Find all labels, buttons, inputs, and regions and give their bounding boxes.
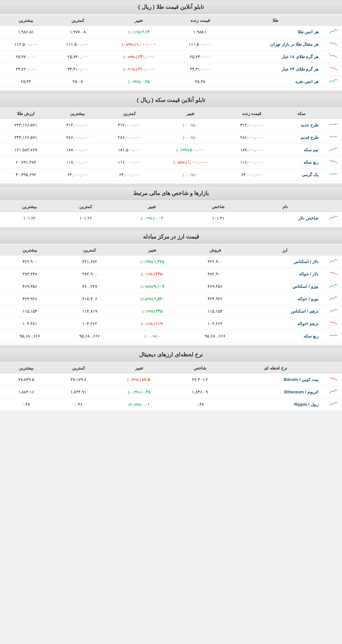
chart-icon-cell[interactable] bbox=[325, 256, 342, 268]
currency-table: ارز فروش تغییر کمترین بیشترین دلار / اسک… bbox=[0, 245, 342, 342]
currency-row-sell: ۴۲۴,۹۲۶ bbox=[185, 293, 245, 305]
currency-row-name: یورو / اسکناس bbox=[245, 280, 325, 293]
crypto-row-index: ۱,۸۴۶.۰۹ bbox=[174, 386, 226, 398]
crypto-col-low: کمترین bbox=[52, 363, 104, 373]
coin-table-body: طرح جدید۳۱۲,۰۰۰,۰۰۰۰(۰.۰۰%)۳۱۲,۰۰۰,۰۰۰۳۱… bbox=[0, 119, 342, 181]
coin-row-gold-value: ۲۴۳,۱۶۶,۵۷۱ bbox=[0, 119, 52, 131]
gold-row-live: ۱,۹۸۵.۱ bbox=[174, 26, 226, 38]
currency-col-change: تغییر bbox=[119, 245, 185, 256]
chart-icon-cell[interactable] bbox=[325, 144, 342, 156]
chart-icon-cell[interactable] bbox=[325, 305, 342, 318]
market-table-body: شاخص دلار۱۰۱.۴۱۰.۰۲(-۰.۰۲%)۱۰۱.۲۶۱۰۱.۶۲ bbox=[0, 212, 342, 224]
crypto-col-change: تغییر bbox=[105, 363, 174, 373]
currency-col-high: بیشترین bbox=[0, 245, 60, 256]
crypto-row-low: ۰.۴۶ bbox=[52, 398, 104, 411]
currency-row-low: ۹۵,۶۸۰,۶۶۶ bbox=[60, 330, 119, 342]
chart-icon-cell[interactable] bbox=[325, 169, 342, 181]
coin-row-gold-value: ۲۴۳,۱۶۶,۵۷۱ bbox=[0, 131, 52, 144]
crypto-col-index: شاخص bbox=[174, 363, 226, 373]
gold-row-low: ۳۴,۳۱۰,۰۰۰ bbox=[52, 63, 104, 75]
chart-icon-cell[interactable] bbox=[325, 119, 342, 131]
gold-row-live: ۳۴,۳۱۰,۰۰۰ bbox=[174, 63, 226, 75]
currency-row-name: ربع سکه bbox=[245, 330, 325, 342]
chart-icon-cell[interactable] bbox=[325, 156, 342, 169]
coin-row-high: ۱۱۷,۰۰۰,۰۰۰ bbox=[52, 156, 104, 169]
crypto-row-change: ۰.۰۱(۲.۱۷%) bbox=[105, 398, 174, 411]
currency-row-name: دلار / حواله bbox=[245, 268, 325, 280]
currency-row-change: ۹,۱۰۹(۱.۹۸%) bbox=[119, 280, 185, 293]
crypto-table-header: نرخ لحظه ای شاخص تغییر کمترین بیشترین bbox=[0, 363, 342, 373]
currency-row-change: -۴۳۸(-۰.۱۱%) bbox=[119, 268, 185, 280]
coin-row-high: ۶۴,۰۰۰,۰۰۰ bbox=[52, 169, 104, 181]
market-col-index: شاخص bbox=[192, 202, 245, 212]
coin-row-gold-value: ۳۰,۳۹۵,۶۹۲ bbox=[0, 169, 52, 181]
table-row: یورو / اسکناس۴۶۹,۳۵۶۹,۱۰۹(۱.۹۸%)۴۶۰,۲۴۷۴… bbox=[0, 280, 342, 293]
chart-icon-cell[interactable] bbox=[325, 318, 342, 330]
chart-icon-cell[interactable] bbox=[325, 268, 342, 280]
currency-row-change: ۶,۵۲۰(۱.۵۶%) bbox=[119, 293, 185, 305]
table-row: اتریوم / Ethereum۱,۸۴۶.۰۹۰.۴۸(-۰.۰۳%)۱,۸… bbox=[0, 386, 342, 398]
chart-icon-cell[interactable] bbox=[325, 293, 342, 305]
gold-col-change: تغییر bbox=[104, 15, 174, 26]
coin-row-change: ۰(۰.۰۰%) bbox=[155, 169, 226, 181]
table-row: یورو / حواله۴۲۴,۹۲۶۶,۵۲۰(۱.۵۶%)۴۱۸,۴۰۶۴۲… bbox=[0, 293, 342, 305]
crypto-row-name: اتریوم / Ethereum bbox=[226, 386, 325, 398]
table-row: طرح قدیم۲۸۶,۰۰۰,۰۰۰۰(۰.۰۰%)۲۸۶,۰۰۰,۰۰۰۲۸… bbox=[0, 131, 342, 144]
gold-row-low: ۱۱۱,۵۰۰,۰۰۰ bbox=[52, 38, 104, 51]
market-col-icon bbox=[325, 202, 342, 212]
table-row: بیت کوین / Bitcoin۲۷,۴۰۱.۲-۸۷.۵(-۰.۳۲%)۲… bbox=[0, 373, 342, 386]
market-col-low: کمترین bbox=[59, 202, 113, 212]
gold-table: طلا قیمت زنده تغییر کمترین بیشترین هر ان… bbox=[0, 15, 342, 88]
coin-row-live: ۱۱۶,۰۰۰,۰۰۰ bbox=[226, 156, 278, 169]
currency-row-name: یورو / حواله bbox=[245, 293, 325, 305]
coin-col-icon bbox=[325, 108, 342, 119]
chart-icon-cell[interactable] bbox=[325, 373, 342, 386]
crypto-row-name: ریپل / Ripple bbox=[226, 398, 325, 411]
chart-icon-cell[interactable] bbox=[325, 280, 342, 293]
chart-icon-cell[interactable] bbox=[325, 330, 342, 342]
coin-col-high: بیشترین bbox=[52, 108, 104, 119]
gold-row-live: ۲۵,۷۴۰,۰۰۰ bbox=[174, 51, 226, 63]
currency-row-high: ۴۲۲,۹۰۰ bbox=[0, 256, 60, 268]
chart-icon-cell[interactable] bbox=[325, 26, 342, 38]
page-wrapper: تابلو آنلاین قیمت طلا ( ریال ) طلا قیمت … bbox=[0, 0, 342, 411]
chart-icon-cell[interactable] bbox=[325, 131, 342, 144]
currency-row-change: ۱,۲۲۸(۰.۲۹%) bbox=[119, 256, 185, 268]
currency-section-header: قیمت ارز در مرکز مبادله bbox=[0, 230, 342, 244]
coin-row-low: ۶۴,۰۰۰,۰۰۰ bbox=[103, 169, 155, 181]
coin-row-name: طرح جدید bbox=[277, 119, 325, 131]
currency-row-sell: ۴۲۲,۹۰۰ bbox=[185, 256, 245, 268]
chart-icon-cell[interactable] bbox=[325, 386, 342, 398]
currency-row-high: ۱۰۴,۳۸۱ bbox=[0, 318, 60, 330]
chart-icon-cell[interactable] bbox=[325, 398, 342, 411]
chart-icon-cell[interactable] bbox=[325, 38, 342, 51]
coin-row-high: ۲۸۶,۰۰۰,۰۰۰ bbox=[52, 131, 104, 144]
coin-row-live: ۶۴,۰۰۰,۰۰۰ bbox=[226, 169, 278, 181]
chart-icon-cell[interactable] bbox=[325, 51, 342, 63]
coin-row-high: ۳۱۲,۰۰۰,۰۰۰ bbox=[52, 119, 104, 131]
currency-row-name: دلار / اسکناس bbox=[245, 256, 325, 268]
market-section-header: بازارها و شاخص های مالی مرتبط bbox=[0, 186, 342, 200]
gold-row-live: ۲۵.۳۸ bbox=[174, 75, 226, 88]
crypto-row-name: بیت کوین / Bitcoin bbox=[226, 373, 325, 386]
crypto-row-low: ۱,۸۳۴.۹۱ bbox=[52, 386, 104, 398]
coin-row-high: ۱۸۷,۰۰۰,۰۰۰ bbox=[52, 144, 104, 156]
gold-row-low: ۱,۹۷۷.۰۸ bbox=[52, 26, 104, 38]
gold-row-change: -۱,۰۰۰,۰۰۰(-۰.۸۹%) bbox=[104, 38, 174, 51]
chart-icon-cell[interactable] bbox=[325, 63, 342, 75]
market-col-name: نام bbox=[245, 202, 325, 212]
gold-row-change: ۲.۱۴(۰.۱۱%) bbox=[104, 26, 174, 38]
coin-row-name: یک گرمی bbox=[277, 169, 325, 181]
table-row: طرح جدید۳۱۲,۰۰۰,۰۰۰۰(۰.۰۰%)۳۱۲,۰۰۰,۰۰۰۳۱… bbox=[0, 119, 342, 131]
crypto-table-body: بیت کوین / Bitcoin۲۷,۴۰۱.۲-۸۷.۵(-۰.۳۲%)۲… bbox=[0, 373, 342, 411]
currency-row-sell: ۱۰۴,۲۶۲ bbox=[185, 318, 245, 330]
table-row: درهم /حواله۱۰۴,۲۶۲-۱۱۹(-۰.۱۱%)۱۰۴,۲۶۲۱۰۴… bbox=[0, 318, 342, 330]
crypto-col-name: نرخ لحظه ای bbox=[226, 363, 325, 373]
coin-row-live: ۱۸۷,۰۰۰,۰۰۰ bbox=[226, 144, 278, 156]
coin-row-change: -۱,۰۰۰,۰۰۰(-۰.۸۵%) bbox=[155, 156, 226, 169]
crypto-row-high: ۲۷,۸۴۹.۵ bbox=[0, 373, 52, 386]
crypto-col-high: بیشترین bbox=[0, 363, 52, 373]
crypto-row-index: ۰.۴۷ bbox=[174, 398, 226, 411]
chart-icon-cell[interactable] bbox=[325, 75, 342, 88]
chart-icon-cell[interactable] bbox=[325, 212, 342, 224]
